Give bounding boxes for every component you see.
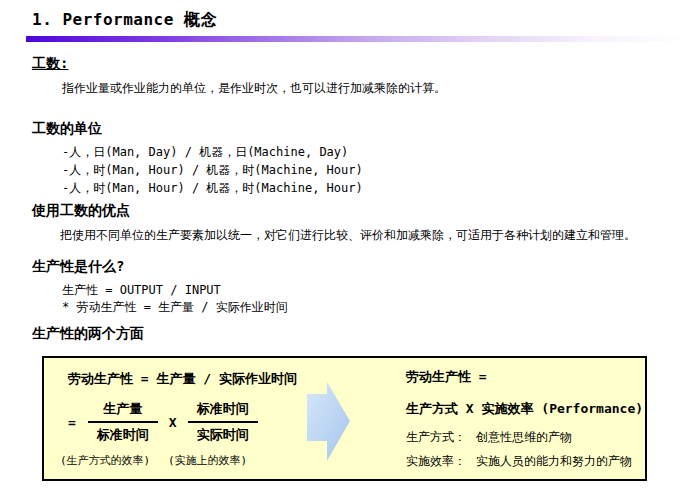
section-body-benefits: 把使用不同单位的生产要素加以统一，对它们进行比较、评价和加减乘除，可适用于各种计… xyxy=(60,227,636,244)
multiply-sign: X xyxy=(169,415,177,430)
two-aspects-box: 劳动生产性 = 生产量 / 实际作业时间 = 生产量 标准时间 X 标准时间 实… xyxy=(42,356,647,481)
productivity-formulas: 生产性 = OUTPUT / INPUT * 劳动生产性 = 生产量 / 实际作… xyxy=(62,282,288,316)
right-arrow-icon xyxy=(307,382,351,466)
title-gradient-rule xyxy=(26,36,690,42)
section-body-gongshu: 指作业量或作业能力的单位，是作业时次，也可以进行加减乘除的计算。 xyxy=(62,80,446,97)
row-value: 实施人员的能力和努力的产物 xyxy=(476,454,632,468)
fraction-numerator: 标准时间 xyxy=(188,400,258,423)
fraction-standard-per-actual: 标准时间 实际时间 xyxy=(188,400,258,444)
box-formula-title: 劳动生产性 = 生产量 / 实际作业时间 xyxy=(68,370,297,388)
row-label: 生产方式： xyxy=(406,430,466,444)
fraction-production-per-standard: 生产量 标准时间 xyxy=(88,400,158,444)
formula-line: * 劳动生产性 = 生产量 / 实际作业时间 xyxy=(62,299,288,316)
row-label: 实施效率： xyxy=(406,454,466,468)
section-heading-productivity: 生产性是什么? xyxy=(32,258,124,276)
equals-sign: = xyxy=(68,415,76,430)
box-right-formula-head: 劳动生产性 = xyxy=(406,368,487,386)
list-item: -人，时(Man, Hour) / 机器，时(Machine, Hour) xyxy=(62,161,363,179)
unit-list: -人，日(Man, Day) / 机器，日(Machine, Day) -人，时… xyxy=(62,143,363,197)
document-page: 1. Performance 概念 工数: 指作业量或作业能力的单位，是作业时次… xyxy=(0,0,690,492)
caption-implementation-efficiency: (实施上的效率) xyxy=(168,453,247,468)
fraction-numerator: 生产量 xyxy=(88,400,158,423)
section-heading-two-aspects: 生产性的两个方面 xyxy=(32,325,144,343)
caption-method-efficiency: (生产方式的效率) xyxy=(60,453,150,468)
list-item: -人，日(Man, Day) / 机器，日(Machine, Day) xyxy=(62,143,363,161)
row-value: 创意性思维的产物 xyxy=(476,430,572,444)
fraction-equation: = 生产量 标准时间 X 标准时间 实际时间 xyxy=(68,400,258,444)
page-title: 1. Performance 概念 xyxy=(32,10,217,31)
formula-line: 生产性 = OUTPUT / INPUT xyxy=(62,282,288,299)
list-item: -人，时(Man, Hour) / 机器，时(Machine, Hour) xyxy=(62,179,363,197)
fraction-denominator: 实际时间 xyxy=(188,423,258,444)
section-heading-gongshu: 工数: xyxy=(32,55,68,73)
box-right-formula-body: 生产方式 X 实施效率 (Performance) xyxy=(406,400,643,418)
section-heading-units: 工数的单位 xyxy=(32,120,102,138)
fraction-denominator: 标准时间 xyxy=(88,423,158,444)
section-heading-benefits: 使用工数的优点 xyxy=(32,202,130,220)
box-right-row-method: 生产方式：创意性思维的产物 xyxy=(406,429,572,446)
box-right-row-implementation: 实施效率：实施人员的能力和努力的产物 xyxy=(406,453,632,470)
